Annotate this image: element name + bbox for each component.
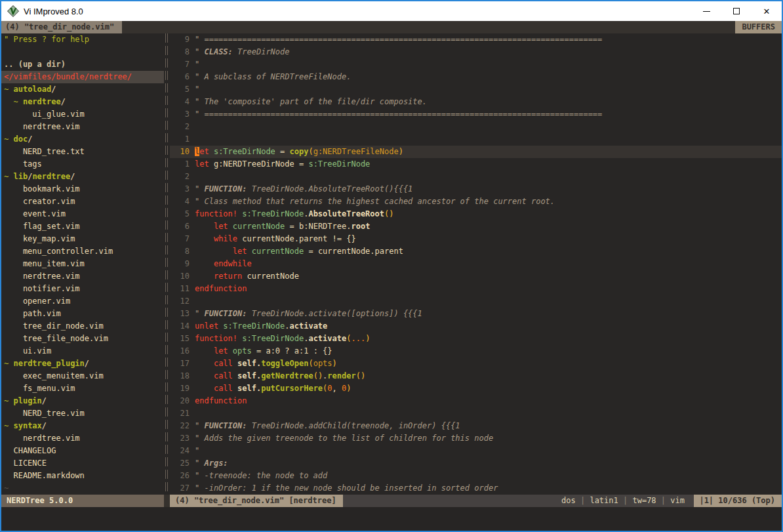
code-line[interactable]: 27" -inOrder: 1 if the new node should b…: [170, 482, 782, 495]
code-line[interactable]: 17 call self.toggleOpen(opts): [170, 358, 782, 370]
command-line-area[interactable]: [1, 507, 782, 531]
code-line[interactable]: 1: [170, 133, 782, 146]
code-line[interactable]: 3" =====================================…: [170, 108, 782, 121]
token: s:TreeDirNode: [308, 159, 370, 169]
code-line[interactable]: 4" Class method that returns the highest…: [170, 195, 782, 208]
code-line[interactable]: 21: [170, 407, 782, 420]
token: ": [195, 184, 204, 194]
token: [228, 222, 233, 231]
code-line[interactable]: 16 let opts = a:0 ? a:1 : {}: [170, 345, 782, 358]
code-line[interactable]: 1let g:NERDTreeDirNode = s:TreeDirNode: [170, 158, 782, 171]
token: call: [214, 371, 233, 380]
nerdtree-sidebar[interactable]: " Press ? for help.. (up a dir)</vimfile…: [1, 33, 164, 495]
tree-item[interactable]: ~ doc/: [1, 133, 164, 146]
tree-item[interactable]: ~ lib/nerdtree/: [1, 171, 164, 183]
token: [228, 346, 233, 356]
tree-root-item[interactable]: </vimfiles/bundle/nerdtree/: [1, 71, 164, 83]
close-button[interactable]: ✕: [752, 1, 782, 21]
vertical-split-separator[interactable]: [164, 33, 170, 495]
code-line[interactable]: 19 call self.putCursorHere(0, 0): [170, 382, 782, 395]
code-line[interactable]: 6 let currentNode = b:NERDTree.root: [170, 220, 782, 233]
token: [233, 359, 237, 368]
line-number: 4: [170, 96, 190, 108]
code-line[interactable]: 2: [170, 121, 782, 133]
tree-item[interactable]: key_map.vim: [1, 233, 164, 245]
code-text: " -treenode: the node to add: [190, 470, 327, 482]
minimize-button[interactable]: [691, 1, 721, 21]
code-line[interactable]: 5function! s:TreeDirNode.AbsoluteTreeRoo…: [170, 208, 782, 220]
tree-item[interactable]: LICENCE: [1, 457, 164, 470]
code-line[interactable]: 10 return currentNode: [170, 270, 782, 283]
tree-item[interactable]: tree_file_node.vim: [1, 333, 164, 345]
maximize-button[interactable]: [721, 1, 752, 21]
code-line[interactable]: 9 endwhile: [170, 258, 782, 270]
tree-item[interactable]: NERD_tree.vim: [1, 407, 164, 420]
line-number: 5: [170, 208, 190, 220]
tree-item[interactable]: ui_glue.vim: [1, 108, 164, 121]
tree-item[interactable]: ~ autoload/: [1, 83, 164, 96]
token: [4, 97, 13, 106]
tree-item[interactable]: menu_controller.vim: [1, 245, 164, 258]
code-line[interactable]: 24": [170, 445, 782, 457]
token: /: [42, 396, 47, 405]
code-line[interactable]: 12: [170, 295, 782, 308]
tree-item[interactable]: opener.vim: [1, 295, 164, 308]
tab-tree-dir-node[interactable]: (4) "tree_dir_node.vim": [1, 21, 122, 33]
tree-item[interactable]: creator.vim: [1, 195, 164, 208]
code-line[interactable]: 23" Adds the given treenode to the list …: [170, 432, 782, 445]
tree-item[interactable]: bookmark.vim: [1, 183, 164, 195]
tree-item[interactable]: nerdtree.vim: [1, 270, 164, 283]
tree-item[interactable]: ~ plugin/: [1, 395, 164, 407]
tree-item[interactable]: nerdtree.vim: [1, 121, 164, 133]
tree-item[interactable]: ~ syntax/: [1, 420, 164, 432]
code-line[interactable]: 20endfunction: [170, 395, 782, 407]
tree-item[interactable]: nerdtree.vim: [1, 432, 164, 445]
code-line-current[interactable]: 10let s:TreeDirNode = copy(g:NERDTreeFil…: [170, 146, 782, 158]
code-text: ": [190, 445, 199, 457]
token: ~: [4, 396, 13, 405]
tree-item[interactable]: tags: [1, 158, 164, 171]
code-line[interactable]: 8 let currentNode = currentNode.parent: [170, 245, 782, 258]
tree-item[interactable]: [1, 46, 164, 58]
code-line[interactable]: 2: [170, 171, 782, 183]
code-line[interactable]: 9" =====================================…: [170, 33, 782, 46]
tree-item[interactable]: ui.vim: [1, 345, 164, 358]
tree-item[interactable]: ~ nerdtree_plugin/: [1, 358, 164, 370]
tree-item[interactable]: README.markdown: [1, 470, 164, 482]
code-line[interactable]: 26" -treenode: the node to add: [170, 470, 782, 482]
code-line[interactable]: 5": [170, 83, 782, 96]
code-line[interactable]: 7 while currentNode.parent != {}: [170, 233, 782, 245]
token: creator.vim: [4, 197, 75, 206]
code-line[interactable]: 18 call self.getNerdtree().render(): [170, 370, 782, 382]
tree-item[interactable]: flag_set.vim: [1, 220, 164, 233]
code-line[interactable]: 7": [170, 58, 782, 71]
editor-pane[interactable]: 9" =====================================…: [170, 33, 782, 495]
tree-item[interactable]: NERD_tree.txt: [1, 146, 164, 158]
tree-item[interactable]: ~ nerdtree/: [1, 96, 164, 108]
tree-item[interactable]: notifier.vim: [1, 283, 164, 295]
line-number: 7: [170, 233, 190, 245]
tree-item[interactable]: tree_dir_node.vim: [1, 320, 164, 333]
code-line[interactable]: 11endfunction: [170, 283, 782, 295]
code-line[interactable]: 13" FUNCTION: TreeDirNode.activate([opti…: [170, 308, 782, 320]
tree-item[interactable]: fs_menu.vim: [1, 382, 164, 395]
code-line[interactable]: 3" FUNCTION: TreeDirNode.AbsoluteTreeRoo…: [170, 183, 782, 195]
tree-item[interactable]: event.vim: [1, 208, 164, 220]
code-line[interactable]: 8" CLASS: TreeDirNode: [170, 46, 782, 58]
code-text: " -inOrder: 1 if the new node should be …: [190, 482, 498, 495]
code-line[interactable]: 6" A subclass of NERDTreeFileNode.: [170, 71, 782, 83]
title-bar[interactable]: Vi IMproved 8.0 ✕: [1, 1, 782, 21]
tree-item[interactable]: CHANGELOG: [1, 445, 164, 457]
tree-item[interactable]: menu_item.vim: [1, 258, 164, 270]
tree-item[interactable]: exec_menuitem.vim: [1, 370, 164, 382]
tree-item[interactable]: path.vim: [1, 308, 164, 320]
code-line[interactable]: 4" The 'composite' part of the file/dir …: [170, 96, 782, 108]
code-line[interactable]: 25" Args:: [170, 457, 782, 470]
token: [195, 259, 214, 268]
tree-item[interactable]: ~: [1, 482, 164, 495]
code-line[interactable]: 15function! s:TreeDirNode.activate(...): [170, 333, 782, 345]
code-line[interactable]: 22" FUNCTION: TreeDirNode.addChild(treen…: [170, 420, 782, 432]
tree-item[interactable]: " Press ? for help: [1, 33, 164, 46]
tree-item[interactable]: .. (up a dir): [1, 58, 164, 71]
code-line[interactable]: 14unlet s:TreeDirNode.activate: [170, 320, 782, 333]
